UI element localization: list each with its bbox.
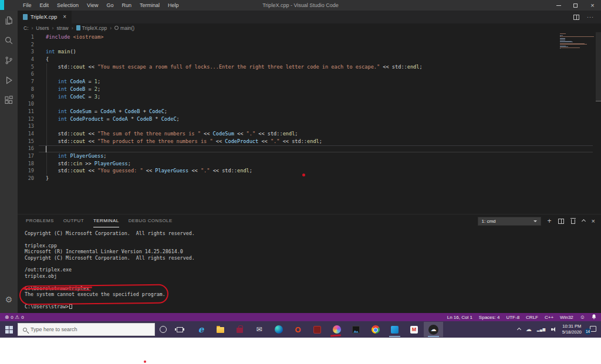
taskbar-file-explorer-button[interactable] xyxy=(211,322,230,337)
taskbar-red-app-button[interactable] xyxy=(308,322,327,337)
taskbar-chrome-button[interactable] xyxy=(366,322,385,337)
code-line[interactable]: 2 xyxy=(18,41,601,49)
minimize-button[interactable] xyxy=(550,0,567,11)
terminal-output[interactable]: Copyright (C) Microsoft Corporation. All… xyxy=(25,230,595,313)
status-item[interactable]: CRLF xyxy=(526,315,538,320)
menu-file[interactable]: File xyxy=(19,0,36,11)
taskbar-vscode-button[interactable] xyxy=(385,322,404,337)
code-line[interactable]: 10 xyxy=(18,100,601,108)
code-line[interactable]: 11 int CodeSum = CodeA + CodeB + CodeC; xyxy=(18,108,601,115)
panel-tab-problems[interactable]: PROBLEMS xyxy=(26,215,54,227)
breadcrumb-item[interactable]: straw xyxy=(56,25,68,31)
status-item[interactable]: Spaces: 4 xyxy=(479,315,500,320)
tab-triplex-cpp[interactable]: TripleX.cpp × xyxy=(18,11,72,23)
split-editor-icon[interactable] xyxy=(573,15,579,20)
more-actions-icon[interactable]: ··· xyxy=(587,15,594,20)
menu-edit[interactable]: Edit xyxy=(36,0,53,11)
breadcrumb-item[interactable]: Users xyxy=(36,25,49,31)
editor-scrollbar[interactable] xyxy=(596,32,601,101)
code-line[interactable]: 9 int CodeC = 3; xyxy=(18,93,601,101)
code-line[interactable]: 5 std::cout << "You must escape a room f… xyxy=(18,63,601,71)
taskbar-store-button[interactable] xyxy=(230,322,249,337)
breadcrumb-item[interactable]: main() xyxy=(114,25,134,31)
start-button[interactable] xyxy=(0,321,18,338)
code-line[interactable]: 17 int PlayerGuess; xyxy=(18,152,601,160)
menu-view[interactable]: View xyxy=(83,0,102,11)
problems-status[interactable]: ⊗ 0 ⚠ 0 xyxy=(0,315,24,320)
line-number: 7 xyxy=(18,78,34,86)
tray-chevron-up-icon[interactable] xyxy=(517,327,521,331)
taskbar-gmail-button[interactable] xyxy=(404,322,424,337)
breadcrumb-item[interactable]: C: xyxy=(23,25,29,31)
menu-help[interactable]: Help xyxy=(164,0,183,11)
panel-tab-terminal[interactable]: TERMINAL xyxy=(93,215,119,227)
notifications-bell-icon[interactable] xyxy=(592,314,596,321)
code-line[interactable]: 12 int CodeProduct = CodeA * CodeB * Cod… xyxy=(18,115,601,123)
code-line[interactable]: 13 xyxy=(18,123,601,130)
code-text: int CodeProduct = CodeA * CodeB * CodeC; xyxy=(46,115,180,123)
office-icon xyxy=(295,326,300,334)
task-view-button[interactable] xyxy=(171,321,188,338)
source-control-icon[interactable] xyxy=(0,50,18,70)
cortana-button[interactable] xyxy=(155,321,171,338)
taskbar-cloud-app-button[interactable] xyxy=(424,322,443,337)
network-icon[interactable]: ▂▄▆ xyxy=(537,328,546,331)
new-terminal-icon[interactable]: + xyxy=(548,217,552,224)
extensions-icon[interactable] xyxy=(0,90,18,110)
maximize-button[interactable] xyxy=(567,0,584,11)
terminal-line: C:\Users\straw>triplex xyxy=(25,285,595,291)
explorer-icon[interactable] xyxy=(0,11,18,30)
status-item[interactable]: UTF-8 xyxy=(506,315,519,320)
settings-gear-icon[interactable]: ⚙ xyxy=(0,290,18,309)
code-line[interactable]: 8 int CodeB = 2; xyxy=(18,86,601,93)
terminal-panel: PROBLEMSOUTPUTTERMINALDEBUG CONSOLE 1: c… xyxy=(18,214,601,313)
status-item[interactable]: Ln 16, Col 1 xyxy=(447,315,472,320)
code-line[interactable]: 14 std::cout << "The sum of the three nu… xyxy=(18,130,601,138)
volume-icon[interactable] xyxy=(551,326,557,332)
onedrive-cloud-icon[interactable]: ☁ xyxy=(526,326,532,332)
notification-center-button[interactable]: 14 xyxy=(587,325,596,334)
feedback-smiley-icon[interactable]: ☺ xyxy=(580,315,585,320)
taskbar-clock[interactable]: 10:31 PM 5/18/2020 xyxy=(562,324,582,335)
status-item[interactable]: C++ xyxy=(545,315,553,320)
code-line[interactable]: 15 std::cout << "The product of the thre… xyxy=(18,138,601,145)
taskbar-colorful-app-button[interactable] xyxy=(327,322,346,337)
code-line[interactable]: 3int main() xyxy=(18,48,601,56)
cloud-app-icon xyxy=(428,325,438,335)
code-line[interactable]: 20} xyxy=(18,175,601,182)
kill-terminal-icon[interactable] xyxy=(570,218,576,224)
taskbar-mail-button[interactable] xyxy=(249,322,269,337)
code-line[interactable]: 19 std::cout << "You guessed: " << Playe… xyxy=(18,167,601,175)
minimap[interactable] xyxy=(560,33,595,51)
code-line[interactable]: 6 xyxy=(18,70,601,78)
split-terminal-icon[interactable] xyxy=(558,219,564,224)
code-line[interactable]: 7 int CodeA = 1; xyxy=(18,78,601,86)
clock-time: 10:31 PM xyxy=(562,324,582,329)
taskbar-photos-button[interactable] xyxy=(346,322,366,337)
taskbar-edge-beta-button[interactable] xyxy=(269,322,288,337)
search-icon[interactable] xyxy=(0,30,18,50)
menu-go[interactable]: Go xyxy=(102,0,117,11)
status-item[interactable]: Win32 xyxy=(560,315,573,320)
menu-terminal[interactable]: Terminal xyxy=(136,0,164,11)
close-button[interactable]: × xyxy=(584,0,601,11)
panel-tab-debug-console[interactable]: DEBUG CONSOLE xyxy=(129,215,173,227)
search-input[interactable] xyxy=(31,326,140,332)
menu-run[interactable]: Run xyxy=(117,0,136,11)
menu-selection[interactable]: Selection xyxy=(53,0,83,11)
taskbar-search-box[interactable] xyxy=(18,323,155,336)
close-panel-icon[interactable]: × xyxy=(592,218,595,224)
breadcrumb-item[interactable]: TripleX.cpp xyxy=(76,25,107,31)
code-line[interactable]: 1#include <iostream> xyxy=(18,33,601,41)
taskbar-edge-button[interactable] xyxy=(191,322,211,337)
code-line[interactable]: 4{ xyxy=(18,56,601,63)
maximize-panel-icon[interactable] xyxy=(582,219,586,223)
terminal-shell-select[interactable]: 1: cmd xyxy=(478,217,541,226)
tab-close-icon[interactable]: × xyxy=(63,14,66,20)
code-line[interactable]: 16 xyxy=(18,145,601,152)
run-debug-icon[interactable] xyxy=(0,70,18,90)
code-editor[interactable]: 1#include <iostream>23int main()4{5 std:… xyxy=(18,32,601,214)
code-line[interactable]: 18 std::cin >> PlayerGuess; xyxy=(18,160,601,168)
panel-tab-output[interactable]: OUTPUT xyxy=(63,215,84,227)
taskbar-office-button[interactable] xyxy=(288,322,308,337)
